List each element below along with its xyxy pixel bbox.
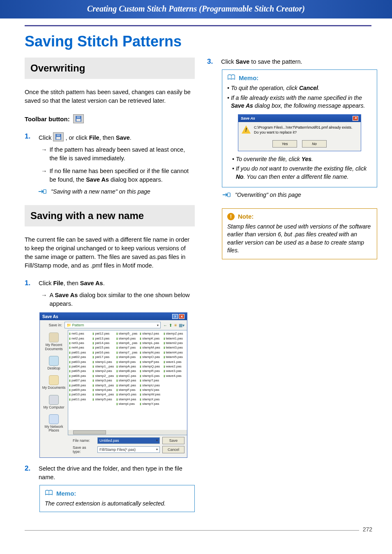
file-item[interactable]: stampU.pas — [140, 383, 162, 388]
file-item[interactable]: stampS.pas — [140, 374, 162, 378]
file-item[interactable]: wave3.pas — [164, 369, 186, 373]
warning-icon — [242, 125, 251, 134]
file-item[interactable]: tatami4.pas — [164, 351, 186, 355]
sidebar-my-network[interactable]: My Network Places — [42, 414, 66, 433]
file-item[interactable]: stampX.pas — [140, 397, 162, 402]
file-item[interactable]: pat14.pas — [92, 341, 115, 345]
up-icon[interactable]: ⬆ — [169, 323, 172, 328]
save-button[interactable]: Save — [162, 437, 184, 444]
file-item[interactable]: stampI.pas — [116, 402, 139, 406]
file-item[interactable]: stamp7_.pas — [116, 351, 139, 355]
file-item[interactable]: pat06.pas — [69, 374, 92, 378]
file-item[interactable]: stamp3_.pas — [92, 383, 115, 388]
file-item[interactable]: pat03.pas — [69, 360, 92, 364]
file-item[interactable]: pat17.pas — [92, 355, 115, 359]
file-item[interactable]: stampZ.pas — [164, 332, 186, 336]
file-item[interactable]: wave2.pas — [164, 365, 186, 369]
file-item[interactable]: stampE.pas — [116, 383, 139, 388]
file-item[interactable]: stamp5_.pas — [116, 332, 139, 336]
sidebar-my-computer[interactable]: My Computer — [43, 395, 64, 409]
file-item[interactable]: pat09.pas — [69, 388, 92, 392]
file-item[interactable]: pat08.pas — [69, 383, 92, 388]
close-icon[interactable]: ✕ — [353, 116, 358, 121]
file-item[interactable]: stamp8.pas — [116, 355, 139, 359]
file-item[interactable]: stamp5.pas — [92, 397, 115, 402]
no-button[interactable]: No — [302, 140, 327, 148]
file-item[interactable]: pat07.pas — [69, 379, 92, 383]
file-item[interactable]: pat13.pas — [92, 337, 115, 341]
file-item[interactable]: wave4.pas — [164, 374, 186, 378]
file-item[interactable]: stamp1_.pas — [92, 365, 115, 369]
file-item[interactable]: pat16.pas — [92, 351, 115, 355]
file-item[interactable]: stampV.pas — [140, 388, 162, 392]
sidebar-my-recent[interactable]: My Recent Documents — [42, 332, 66, 351]
file-item[interactable]: tatami1.pas — [164, 337, 186, 341]
file-item[interactable]: stampM.pas — [140, 346, 162, 350]
save-in-dropdown[interactable]: 📁 Pattern — [65, 322, 161, 328]
file-item[interactable]: stamp2.pas — [92, 369, 115, 373]
file-item[interactable]: stampA.pas — [116, 365, 139, 369]
sidebar-desktop[interactable]: Desktop — [47, 356, 60, 370]
file-item[interactable]: stampD.pas — [116, 379, 139, 383]
sidebar-my-documents[interactable]: My Documents — [42, 375, 66, 390]
file-item[interactable]: pat01.pas — [69, 351, 92, 355]
file-item[interactable]: stampJ.pas — [140, 332, 162, 336]
file-item[interactable]: stamp4_.pas — [92, 392, 115, 397]
file-item[interactable]: wave1.pas — [164, 360, 186, 364]
step3-number: 3. — [207, 58, 215, 66]
file-item[interactable]: net2.pas — [69, 337, 92, 341]
note-label: Note: — [238, 213, 254, 220]
back-icon[interactable]: ← — [163, 323, 167, 328]
file-item[interactable]: stamp2_.pas — [92, 374, 115, 378]
close-icon[interactable]: ✕ — [179, 314, 184, 319]
file-item[interactable]: stampP.pas — [140, 360, 162, 364]
file-item[interactable]: stampR.pas — [140, 369, 162, 373]
file-item[interactable]: stampO.pas — [140, 355, 162, 359]
file-item[interactable]: stamp4.pas — [92, 388, 115, 392]
note-box: ! Note: Stamp files cannot be used with … — [222, 208, 377, 259]
file-item[interactable]: stampF.pas — [116, 388, 139, 392]
file-item[interactable]: pat05.pas — [69, 369, 92, 373]
file-item[interactable]: pat02.pas — [69, 355, 92, 359]
file-item[interactable]: stamp7.pas — [116, 346, 139, 350]
file-item[interactable]: tatami2.pas — [164, 341, 186, 345]
file-item[interactable]: tatami3.pas — [164, 346, 186, 350]
file-item[interactable]: pat10.pas — [69, 392, 92, 397]
file-item[interactable]: stampW.pas — [140, 392, 162, 397]
file-item[interactable]: net3.pas — [69, 341, 92, 345]
file-item[interactable]: stampH.pas — [116, 397, 139, 402]
file-item[interactable]: stampQ.pas — [140, 365, 162, 369]
file-item[interactable]: stampY.pas — [140, 402, 162, 406]
file-item[interactable]: stamp1.pas — [92, 360, 115, 364]
file-item[interactable]: stamp6.pas — [116, 337, 139, 341]
scrollbar[interactable] — [68, 430, 187, 435]
file-item[interactable]: stamp3.pas — [92, 379, 115, 383]
step1-number: 1. — [25, 132, 33, 142]
file-item[interactable]: stampG.pas — [116, 392, 139, 397]
views-icon[interactable]: ▦▾ — [179, 323, 184, 328]
file-item[interactable]: stamp9.pas — [116, 360, 139, 364]
file-item[interactable]: tatami5.pas — [164, 355, 186, 359]
cancel-button[interactable]: Cancel — [162, 446, 184, 453]
file-item[interactable]: stampT.pas — [140, 379, 162, 383]
file-item[interactable]: stampL.pas — [140, 341, 162, 345]
file-item[interactable]: stampN.pas — [140, 351, 162, 355]
file-item[interactable]: stampC.pas — [116, 374, 139, 378]
filename-input[interactable]: Untitled.pas — [97, 437, 160, 444]
new-folder-icon[interactable]: ✳ — [174, 323, 177, 328]
yes-button[interactable]: Yes — [272, 140, 297, 148]
help-icon[interactable]: ? — [172, 314, 178, 319]
file-item[interactable]: pat15.pas — [92, 346, 115, 350]
savetype-label: Save as type: — [73, 446, 95, 454]
alert-title: Save As — [241, 116, 255, 121]
file-item[interactable]: stampK.pas — [140, 337, 162, 341]
file-item[interactable]: stampB.pas — [116, 369, 139, 373]
file-list-pane[interactable]: net1.pas net2.pas net3.pas net4.pas pat0… — [68, 330, 187, 435]
file-item[interactable]: pat11.pas — [69, 397, 92, 402]
file-item[interactable]: net1.pas — [69, 332, 92, 336]
file-item[interactable]: pat12.pas — [92, 332, 115, 336]
file-item[interactable]: stamp6_.pas — [116, 341, 139, 345]
file-item[interactable]: net4.pas — [69, 346, 92, 350]
file-item[interactable]: pat04.pas — [69, 365, 92, 369]
savetype-dropdown[interactable]: Fill/Stamp Files(*.pas) — [97, 446, 160, 453]
